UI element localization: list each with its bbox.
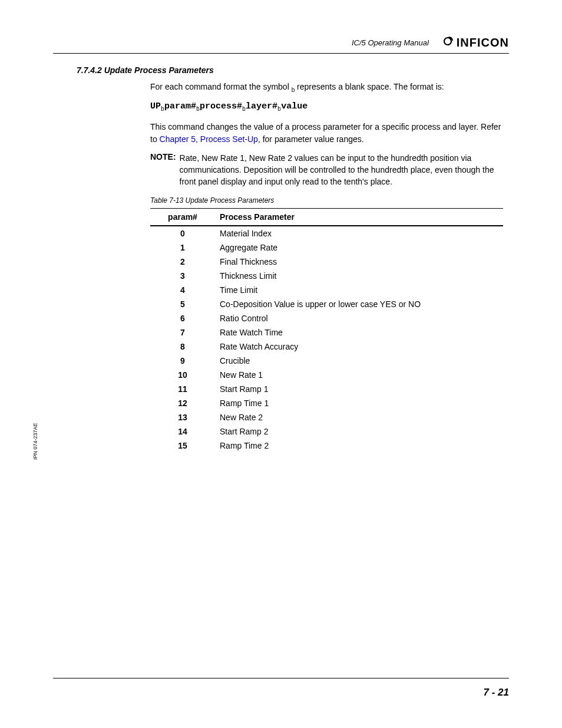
param-name: Thickness Limit	[215, 269, 503, 283]
note-block: NOTE: Rate, New Rate 1, New Rate 2 value…	[150, 152, 503, 188]
description-paragraph: This command changes the value of a proc…	[150, 121, 503, 145]
document-ipn: IPN 074-237AE	[32, 423, 38, 460]
param-number: 4	[150, 283, 215, 297]
param-number: 7	[150, 325, 215, 340]
table-row: 10New Rate 1	[150, 368, 503, 382]
param-number: 9	[150, 354, 215, 368]
command-format: UPbparam#bprocess#blayer#bvalue	[150, 101, 503, 113]
param-name: Start Ramp 2	[215, 424, 503, 439]
table-row: 9Crucible	[150, 354, 503, 368]
table-caption: Table 7-13 Update Process Parameters	[150, 196, 503, 205]
param-name: Ramp Time 2	[215, 439, 503, 453]
param-name: Rate Watch Time	[215, 325, 503, 340]
param-name: Crucible	[215, 354, 503, 368]
table-row: 15Ramp Time 2	[150, 439, 503, 453]
page-number: 7 - 21	[484, 687, 509, 698]
param-number: 1	[150, 241, 215, 255]
table-row: 13New Rate 2	[150, 410, 503, 424]
param-number: 8	[150, 340, 215, 354]
param-name: Ratio Control	[215, 311, 503, 325]
param-name: Co-Deposition Value is upper or lower ca…	[215, 297, 503, 311]
table-row: 14Start Ramp 2	[150, 424, 503, 439]
param-number: 11	[150, 382, 215, 396]
content-body: For each command format the symbol b rep…	[150, 81, 503, 453]
note-body: Rate, New Rate 1, New Rate 2 values can …	[180, 152, 503, 188]
param-name: Time Limit	[215, 283, 503, 297]
param-number: 2	[150, 255, 215, 269]
table-row: 7Rate Watch Time	[150, 325, 503, 340]
param-name: Material Index	[215, 226, 503, 241]
table-row: 8Rate Watch Accuracy	[150, 340, 503, 354]
param-number: 6	[150, 311, 215, 325]
param-number: 12	[150, 396, 215, 410]
param-number: 5	[150, 297, 215, 311]
param-number: 15	[150, 439, 215, 453]
note-label: NOTE:	[150, 152, 176, 188]
table-row: 5Co-Deposition Value is upper or lower c…	[150, 297, 503, 311]
param-name: Aggregate Rate	[215, 241, 503, 255]
manual-title: IC/5 Operating Manual	[352, 38, 429, 47]
table-row: 3Thickness Limit	[150, 269, 503, 283]
logo-text: INFICON	[457, 36, 509, 50]
table-row: 11Start Ramp 1	[150, 382, 503, 396]
table-row: 0Material Index	[150, 226, 503, 241]
param-name: New Rate 1	[215, 368, 503, 382]
param-name: Ramp Time 1	[215, 396, 503, 410]
table-header-param: param#	[150, 208, 215, 226]
intro-paragraph: For each command format the symbol b rep…	[150, 81, 503, 94]
param-name: New Rate 2	[215, 410, 503, 424]
chapter5-link[interactable]: Chapter 5, Process Set-Up	[160, 134, 258, 144]
param-name: Final Thickness	[215, 255, 503, 269]
param-name: Rate Watch Accuracy	[215, 340, 503, 354]
table-row: 12Ramp Time 1	[150, 396, 503, 410]
page-footer: 7 - 21	[53, 678, 509, 699]
section-heading: 7.7.4.2 Update Process Parameters	[77, 65, 509, 75]
logo: INFICON	[444, 35, 509, 50]
param-name: Start Ramp 1	[215, 382, 503, 396]
param-number: 14	[150, 424, 215, 439]
table-row: 1Aggregate Rate	[150, 241, 503, 255]
svg-point-0	[444, 38, 451, 45]
table-row: 2Final Thickness	[150, 255, 503, 269]
table-row: 6Ratio Control	[150, 311, 503, 325]
inficon-logo-icon	[444, 35, 454, 50]
param-number: 10	[150, 368, 215, 382]
table-header-process: Process Parameter	[215, 208, 503, 226]
param-number: 0	[150, 226, 215, 241]
param-number: 3	[150, 269, 215, 283]
parameters-table: param# Process Parameter 0Material Index…	[150, 208, 503, 453]
page-header: IC/5 Operating Manual INFICON	[53, 35, 509, 54]
table-row: 4Time Limit	[150, 283, 503, 297]
param-number: 13	[150, 410, 215, 424]
